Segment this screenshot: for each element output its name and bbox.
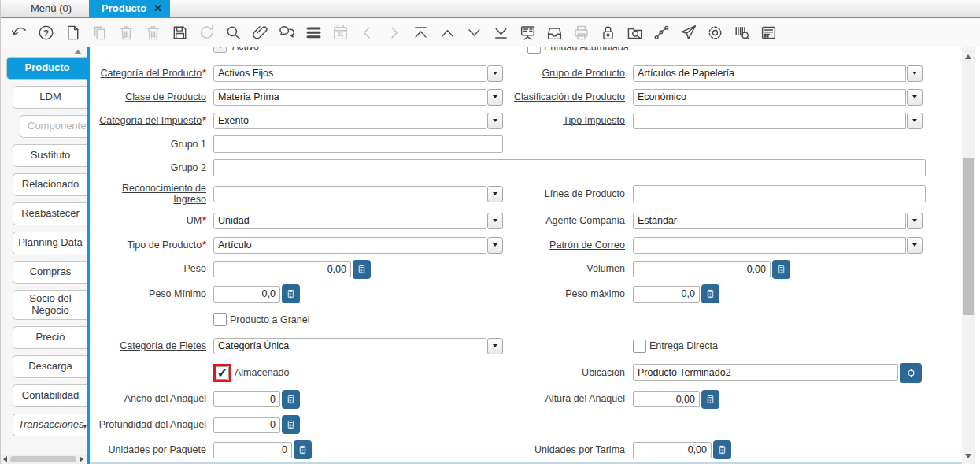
agente-compania-combobox-input[interactable]: [633, 213, 906, 229]
product-info-icon[interactable]: [733, 24, 751, 42]
field-label-text[interactable]: Ubicación: [582, 367, 625, 378]
ancho-del-anaquel-input[interactable]: [213, 391, 280, 407]
tab-overflow-chevron-icon[interactable]: ▾: [83, 422, 87, 430]
categoria-del-producto-combobox-input[interactable]: [213, 65, 486, 82]
archive-icon[interactable]: [545, 24, 564, 42]
producto-a-granel-checkbox[interactable]: [213, 313, 227, 326]
tipo-impuesto-combobox-input[interactable]: [633, 113, 906, 129]
save-icon[interactable]: [171, 24, 189, 42]
linea-de-producto-field[interactable]: [633, 185, 926, 202]
unidades-por-tarima-input[interactable]: [633, 442, 712, 458]
undo-icon[interactable]: [10, 24, 28, 42]
sidebar-tab-reabastecer[interactable]: Reabastecer: [13, 202, 87, 225]
volumen-calculator-button[interactable]: [772, 260, 790, 279]
sidebar-horizontal-scrollbar[interactable]: [1, 455, 87, 464]
field-label-text[interactable]: Patrón de Correo: [549, 239, 625, 251]
unidades-por-paquete-calculator-button[interactable]: [294, 440, 312, 459]
sidebar-tab-transacciones[interactable]: Transacciones▾: [13, 414, 87, 436]
field-label-text[interactable]: Grupo de Producto: [542, 68, 625, 79]
grupo-1-field[interactable]: [213, 135, 503, 153]
unidades-por-paquete-input[interactable]: [213, 442, 292, 458]
field-label-text[interactable]: Agente Compañía: [545, 215, 625, 226]
private-record-lock-icon[interactable]: [599, 24, 617, 42]
scroll-down-icon[interactable]: [965, 454, 971, 458]
preference-icon[interactable]: [706, 24, 724, 42]
field-label-text[interactable]: Clasificación de Producto: [514, 91, 625, 102]
field-label-text[interactable]: Tipo Impuesto: [563, 115, 625, 126]
patron-de-correo-dropdown-button[interactable]: [907, 237, 923, 254]
last-record-icon[interactable]: [492, 24, 510, 42]
peso-minimo-input[interactable]: [213, 286, 280, 303]
grid-toggle-icon[interactable]: [305, 24, 323, 42]
entrega-directa-checkbox[interactable]: [633, 340, 646, 353]
categoria-de-fletes-combobox-input[interactable]: [213, 338, 486, 354]
grupo-de-producto-combobox-input[interactable]: [633, 65, 906, 82]
clasificacion-de-producto-combobox-input[interactable]: [633, 89, 906, 106]
sidebar-tab-ldm[interactable]: LDM: [13, 86, 87, 109]
profundidad-del-anaquel-calculator-button[interactable]: [282, 415, 300, 434]
first-record-icon[interactable]: [412, 24, 430, 42]
tipo-impuesto-dropdown-button[interactable]: [907, 113, 923, 129]
sidebar-tab-sustituto[interactable]: Sustituto: [13, 144, 87, 167]
scroll-right-icon[interactable]: [80, 456, 83, 462]
clase-de-producto-combobox-input[interactable]: [213, 89, 486, 106]
sidebar-scroll-up-icon[interactable]: [74, 50, 82, 54]
sidebar-tab-compras[interactable]: Compras: [13, 261, 87, 284]
peso-input[interactable]: [213, 261, 351, 277]
sidebar-tab-producto[interactable]: Producto: [6, 57, 87, 80]
scroll-left-icon[interactable]: [3, 456, 7, 462]
chevron-down-icon[interactable]: [213, 47, 227, 53]
sidebar-tab-planning-data[interactable]: Planning Data: [13, 232, 87, 254]
field-label-text[interactable]: Reconocimiento de Ingreso: [122, 183, 206, 205]
ancho-del-anaquel-calculator-button[interactable]: [282, 390, 300, 409]
peso-calculator-button[interactable]: [353, 260, 371, 279]
categoria-de-fletes-dropdown-button[interactable]: [487, 338, 503, 354]
altura-del-anaquel-calculator-button[interactable]: [701, 390, 719, 409]
sidebar-tab-precio[interactable]: Precio: [13, 326, 87, 349]
field-label-text[interactable]: Categoría de Fletes: [120, 340, 206, 351]
scroll-up-icon[interactable]: [965, 54, 971, 59]
sidebar-tab-contabilidad[interactable]: Contabilidad: [13, 384, 87, 407]
entidad-acumulada-checkbox[interactable]: [527, 47, 541, 54]
reconocimiento-de-ingreso-combobox-input[interactable]: [213, 186, 486, 202]
sidebar-tab-socio-del-negocio[interactable]: Socio del Negocio: [13, 290, 87, 320]
clasificacion-de-producto-dropdown-button[interactable]: [907, 89, 923, 106]
volumen-input[interactable]: [633, 261, 771, 277]
ubicacion-locator-button[interactable]: [900, 363, 922, 383]
tab-menu[interactable]: Menú (0): [13, 0, 89, 17]
categoria-del-impuesto-combobox-input[interactable]: [213, 113, 486, 129]
new-record-icon[interactable]: [64, 24, 82, 42]
workflow-icon[interactable]: [653, 24, 671, 42]
almacenado-checkbox[interactable]: ✓: [216, 366, 229, 380]
vertical-scrollbar[interactable]: [962, 47, 975, 464]
um-dropdown-button[interactable]: [487, 213, 503, 229]
peso-maximo-input[interactable]: [633, 286, 700, 303]
sidebar-tab-descarga[interactable]: Descarga: [13, 355, 87, 378]
chat-icon[interactable]: [278, 24, 296, 42]
categoria-del-impuesto-dropdown-button[interactable]: [487, 113, 503, 129]
tab-producto[interactable]: Producto ✕: [89, 0, 170, 17]
field-label-text[interactable]: Categoría del Producto: [101, 68, 202, 79]
quick-form-icon[interactable]: [760, 24, 778, 42]
tipo-de-producto-combobox-input[interactable]: [213, 237, 486, 254]
previous-record-icon[interactable]: [438, 24, 457, 42]
tipo-de-producto-dropdown-button[interactable]: [487, 237, 503, 254]
report-icon[interactable]: [519, 24, 537, 42]
close-tab-icon[interactable]: ✕: [153, 2, 162, 14]
zoom-across-icon[interactable]: [626, 24, 644, 42]
grupo-2-field[interactable]: [213, 159, 926, 176]
peso-minimo-calculator-button[interactable]: [282, 284, 300, 303]
agente-compania-dropdown-button[interactable]: [907, 213, 923, 229]
help-icon[interactable]: ?: [37, 24, 55, 42]
field-label-text[interactable]: Clase de Producto: [125, 91, 206, 102]
field-label-text[interactable]: Categoría del Impuesto: [99, 115, 202, 126]
um-combobox-input[interactable]: [213, 213, 486, 229]
peso-maximo-calculator-button[interactable]: [701, 284, 719, 303]
categoria-del-producto-dropdown-button[interactable]: [487, 65, 503, 82]
find-icon[interactable]: [224, 24, 242, 42]
patron-de-correo-combobox-input[interactable]: [633, 237, 906, 254]
grupo-de-producto-dropdown-button[interactable]: [907, 65, 923, 82]
sidebar-scrollbar-thumb[interactable]: [10, 456, 76, 462]
next-record-icon[interactable]: [465, 24, 483, 42]
scrollbar-thumb[interactable]: [963, 158, 974, 315]
